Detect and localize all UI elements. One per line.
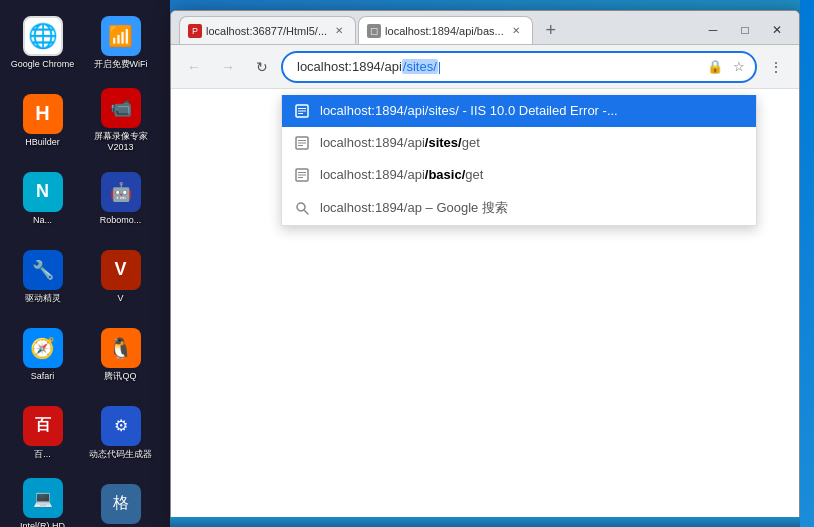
codegen-icon: ⚙	[101, 406, 141, 446]
address-bar-display[interactable]: localhost:1894/api/sites/|	[281, 51, 757, 83]
robomo-icon: 🤖	[101, 172, 141, 212]
autocomplete-text-2: localhost:1894/api/sites/get	[320, 135, 744, 150]
autocomplete-search-icon	[294, 200, 310, 216]
ac1-prefix: localhost:1894/api	[320, 103, 425, 118]
desktop-icon-intelgfx[interactable]: 💻 Intel(R) HD Graphics...	[5, 473, 80, 527]
desktop-icon-drivespirit[interactable]: 🔧 驱动精灵	[5, 239, 80, 314]
browser-tab-1[interactable]: P localhost:36877/Html5/... ✕	[179, 16, 356, 44]
address-bar-icons: 🔒 ☆	[705, 57, 749, 77]
autocomplete-item-1[interactable]: localhost:1894/api/sites/ - IIS 10.0 Det…	[282, 95, 756, 127]
ac2-highlight: /sites/	[425, 135, 462, 150]
tab1-favicon: P	[188, 24, 202, 38]
ac2-prefix: localhost:1894/api	[320, 135, 425, 150]
ac4-separator: – Google 搜索	[422, 200, 508, 215]
hbuilder-icon: H	[23, 94, 63, 134]
autocomplete-item-3[interactable]: localhost:1894/api/basic/get	[282, 159, 756, 191]
desktop-icon-na[interactable]: N Na...	[5, 161, 80, 236]
desktop-icons: 🌐 Google Chrome 📶 开启免费WiFi H HBuilder 📹 …	[5, 5, 165, 527]
na-icon: N	[23, 172, 63, 212]
browser-menu-button[interactable]: ⋮	[761, 52, 791, 82]
taskbar: 🌐 Google Chrome 📶 开启免费WiFi H HBuilder 📹 …	[0, 0, 170, 527]
desktop-icon-grid[interactable]: 格 格...	[83, 473, 158, 527]
drivespirit-label: 驱动精灵	[25, 293, 61, 304]
browser-tab-2[interactable]: ◻ localhost:1894/api/bas... ✕	[358, 16, 533, 44]
autocomplete-icon-3	[294, 167, 310, 183]
back-button[interactable]: ←	[179, 52, 209, 82]
autocomplete-text-1: localhost:1894/api/sites/ - IIS 10.0 Det…	[320, 103, 744, 118]
tab2-favicon: ◻	[367, 24, 381, 38]
autocomplete-text-4: localhost:1894/ap – Google 搜索	[320, 199, 744, 217]
address-prefix: localhost:1894/api	[297, 59, 402, 74]
screenrecorder-label: 屏幕录像专家V2013	[87, 131, 154, 153]
address-cursor: |	[438, 59, 441, 74]
wifi-icon: 📶	[101, 16, 141, 56]
grid-icon: 格	[101, 484, 141, 524]
address-highlight: /sites/	[402, 59, 438, 74]
desktop-bottom-edge	[170, 517, 800, 527]
tab2-title: localhost:1894/api/bas...	[385, 25, 504, 37]
safari-icon: 🧭	[23, 328, 63, 368]
screenrecorder-icon: 📹	[101, 88, 141, 128]
baidu-icon: 百	[23, 406, 63, 446]
window-controls: ─ □ ✕	[699, 20, 791, 44]
intelgfx-icon: 💻	[23, 478, 63, 518]
safari-label: Safari	[31, 371, 55, 382]
ac3-prefix: localhost:1894/api	[320, 167, 425, 182]
v-icon: V	[101, 250, 141, 290]
forward-button[interactable]: →	[213, 52, 243, 82]
ac1-separator: - IIS 10.0 Detailed Error -...	[459, 103, 618, 118]
autocomplete-icon-2	[294, 135, 310, 151]
browser-title-bar: P localhost:36877/Html5/... ✕ ◻ localhos…	[171, 11, 799, 45]
autocomplete-item-2[interactable]: localhost:1894/api/sites/get	[282, 127, 756, 159]
star-icon[interactable]: ☆	[729, 57, 749, 77]
tab1-title: localhost:36877/Html5/...	[206, 25, 327, 37]
close-button[interactable]: ✕	[763, 20, 791, 40]
svg-line-13	[304, 210, 308, 214]
maximize-button[interactable]: □	[731, 20, 759, 40]
robomo-label: Robomo...	[100, 215, 142, 226]
tab1-close-button[interactable]: ✕	[331, 23, 347, 39]
browser-window: P localhost:36877/Html5/... ✕ ◻ localhos…	[170, 10, 800, 520]
new-tab-button[interactable]: +	[537, 16, 565, 44]
desktop-icon-baidu[interactable]: 百 百...	[5, 395, 80, 470]
browser-nav-bar: ← → ↻ localhost:1894/api/sites/| 🔒 ☆	[171, 45, 799, 89]
autocomplete-text-3: localhost:1894/api/basic/get	[320, 167, 744, 182]
desktop-icon-safari[interactable]: 🧭 Safari	[5, 317, 80, 392]
minimize-button[interactable]: ─	[699, 20, 727, 40]
qq-icon: 🐧	[101, 328, 141, 368]
address-bar-wrapper: localhost:1894/api/sites/| 🔒 ☆	[281, 51, 757, 83]
qq-label: 腾讯QQ	[104, 371, 136, 382]
na-label: Na...	[33, 215, 52, 226]
tab2-close-button[interactable]: ✕	[508, 23, 524, 39]
lock-icon: 🔒	[705, 57, 725, 77]
ac4-full: localhost:1894/ap	[320, 200, 422, 215]
desktop-icon-wifi[interactable]: 📶 开启免费WiFi	[83, 5, 158, 80]
hbuilder-label: HBuilder	[25, 137, 60, 148]
ac1-highlight: /sites/	[425, 103, 459, 118]
autocomplete-icon-1	[294, 103, 310, 119]
autocomplete-dropdown: localhost:1894/api/sites/ - IIS 10.0 Det…	[281, 95, 757, 226]
desktop-icon-robomo[interactable]: 🤖 Robomo...	[83, 161, 158, 236]
desktop-icon-screenrecorder[interactable]: 📹 屏幕录像专家V2013	[83, 83, 158, 158]
address-bar-container: localhost:1894/api/sites/| 🔒 ☆	[281, 51, 757, 83]
drivespirit-icon: 🔧	[23, 250, 63, 290]
desktop-icon-hbuilder[interactable]: H HBuilder	[5, 83, 80, 158]
desktop-icon-qq[interactable]: 🐧 腾讯QQ	[83, 317, 158, 392]
wifi-label: 开启免费WiFi	[94, 59, 148, 70]
ac3-highlight: /basic/	[425, 167, 465, 182]
desktop-icon-v[interactable]: V V	[83, 239, 158, 314]
refresh-button[interactable]: ↻	[247, 52, 277, 82]
chrome-label: Google Chrome	[11, 59, 75, 70]
baidu-label: 百...	[34, 449, 51, 460]
desktop-icon-codegen[interactable]: ⚙ 动态代码生成器	[83, 395, 158, 470]
codegen-label: 动态代码生成器	[89, 449, 152, 460]
chrome-icon: 🌐	[23, 16, 63, 56]
desktop-right-edge	[800, 0, 814, 527]
v-label: V	[117, 293, 123, 304]
autocomplete-item-4[interactable]: localhost:1894/ap – Google 搜索	[282, 191, 756, 225]
intelgfx-label: Intel(R) HD Graphics...	[9, 521, 76, 527]
ac2-suffix: get	[462, 135, 480, 150]
ac3-suffix: get	[465, 167, 483, 182]
desktop-icon-chrome[interactable]: 🌐 Google Chrome	[5, 5, 80, 80]
